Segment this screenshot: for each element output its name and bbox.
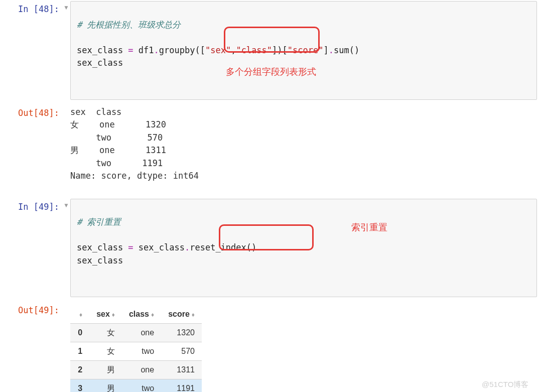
cell: 1320 bbox=[161, 324, 202, 342]
collapse-toggle[interactable]: ▼ bbox=[62, 0, 70, 12]
col-header-class[interactable]: class♦ bbox=[122, 305, 161, 324]
col-header-score[interactable]: score♦ bbox=[161, 305, 202, 324]
notebook: In [48]: ▼ # 先根据性别、班级求总分 sex_class = df1… bbox=[0, 0, 542, 392]
row-index: 2 bbox=[70, 361, 89, 379]
cell: 女 bbox=[89, 342, 122, 361]
in-prompt-49: In [49]: bbox=[0, 198, 62, 217]
cell: 男 bbox=[89, 379, 122, 393]
dataframe-table: ♦ sex♦ class♦ score♦ 0 女 one 1320 1 bbox=[70, 305, 202, 392]
cell: 1191 bbox=[161, 379, 202, 393]
cell-48-output: Out[48]: sex class 女 one 1320 two 570 男 … bbox=[0, 104, 542, 188]
table-row[interactable]: 1 女 two 570 bbox=[70, 342, 202, 361]
cell: 570 bbox=[161, 342, 202, 361]
cell: 1311 bbox=[161, 361, 202, 379]
row-index: 3 bbox=[70, 379, 89, 393]
out-prompt-48: Out[48]: bbox=[0, 104, 62, 123]
cell-49-input: In [49]: ▼ # 索引重置 sex_class = sex_class.… bbox=[0, 198, 542, 302]
table-row[interactable]: 2 男 one 1311 bbox=[70, 361, 202, 379]
cell-49-output: Out[49]: ♦ sex♦ class♦ score♦ 0 女 one bbox=[0, 301, 542, 392]
sort-icon[interactable]: ♦ bbox=[192, 311, 195, 318]
cell: one bbox=[122, 324, 161, 342]
code-input-48[interactable]: # 先根据性别、班级求总分 sex_class = df1.groupby(["… bbox=[70, 1, 537, 100]
text-output-48: sex class 女 one 1320 two 570 男 one 1311 … bbox=[70, 104, 542, 188]
sort-icon[interactable]: ♦ bbox=[112, 311, 115, 318]
cell: 男 bbox=[89, 361, 122, 379]
row-index: 0 bbox=[70, 324, 89, 342]
spacer bbox=[62, 104, 70, 107]
cell: two bbox=[122, 342, 161, 361]
row-index: 1 bbox=[70, 342, 89, 361]
comment: # 先根据性别、班级求总分 bbox=[77, 20, 181, 30]
cell: 女 bbox=[89, 324, 122, 342]
code-input-49[interactable]: # 索引重置 sex_class = sex_class.reset_index… bbox=[70, 199, 537, 298]
cell: one bbox=[122, 361, 161, 379]
cell: two bbox=[122, 379, 161, 393]
col-header-sex[interactable]: sex♦ bbox=[89, 305, 122, 324]
table-row[interactable]: 3 男 two 1191 bbox=[70, 379, 202, 393]
in-prompt-48: In [48]: bbox=[0, 0, 62, 19]
spacer bbox=[62, 301, 70, 304]
dataframe-output-49: ♦ sex♦ class♦ score♦ 0 女 one 1320 1 bbox=[70, 301, 542, 392]
table-row[interactable]: 0 女 one 1320 bbox=[70, 324, 202, 342]
sort-icon[interactable]: ♦ bbox=[151, 311, 154, 318]
index-header[interactable]: ♦ bbox=[70, 305, 89, 324]
out-prompt-49: Out[49]: bbox=[0, 301, 62, 320]
collapse-toggle[interactable]: ▼ bbox=[62, 198, 70, 210]
sort-icon[interactable]: ♦ bbox=[79, 311, 82, 318]
cell-48-input: In [48]: ▼ # 先根据性别、班级求总分 sex_class = df1… bbox=[0, 0, 542, 104]
table-header-row: ♦ sex♦ class♦ score♦ bbox=[70, 305, 202, 324]
comment: # 索引重置 bbox=[77, 217, 121, 227]
watermark: @51CTO博客 bbox=[482, 379, 528, 390]
